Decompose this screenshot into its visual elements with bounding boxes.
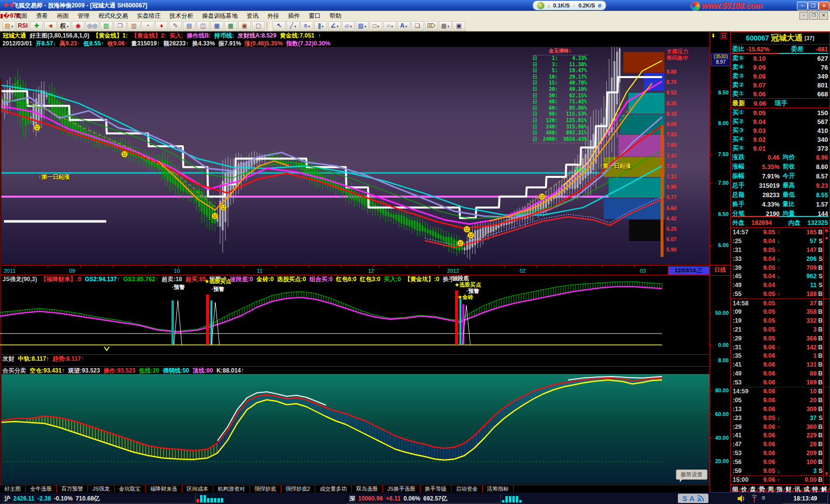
trend-tool-icon[interactable]: ≡ ▾ xyxy=(300,21,313,31)
text-tool-icon[interactable]: A ▾ xyxy=(397,21,410,31)
binoculars-icon[interactable]: ◎◎ xyxy=(85,21,99,31)
search-doc-icon[interactable]: ◔ xyxy=(141,21,154,31)
title-bar[interactable]: ❖❖ 飞狐交易师 - 股海神偷2009 - [冠城大通 SH600067] ↓ … xyxy=(0,0,830,11)
window-tab-全牛选股[interactable]: 全牛选股 xyxy=(26,485,57,493)
kline-window-icon[interactable]: ▩ xyxy=(224,21,237,31)
facai-pane[interactable]: 发财中轨:8.117↑趋势:8.117↑ xyxy=(0,354,709,367)
tick-by-tick-list[interactable]: 14:579.05↑165B:259.04↓57S:319.05↑147B:33… xyxy=(731,228,830,484)
alarm-bell-icon[interactable]: ♦ xyxy=(155,21,168,31)
rights-button[interactable]: 权 ▾ xyxy=(58,21,71,31)
scroll-down-icon[interactable]: ▼ xyxy=(824,471,830,476)
child-close-button[interactable]: ✕ xyxy=(819,12,828,20)
window-tab-成交量多功[interactable]: 成交量多功 xyxy=(315,485,352,493)
bid-row[interactable]: 买②9.04567 xyxy=(731,117,830,126)
window-tab-强悍抄底2[interactable]: 强悍抄底2 xyxy=(281,485,315,493)
window-tab-机构游资对[interactable]: 机构游资对 xyxy=(213,485,250,493)
back-icon[interactable]: ◄ xyxy=(44,21,57,31)
save-icon[interactable]: ▣ xyxy=(453,21,465,31)
child-minimize-button[interactable]: − xyxy=(799,12,808,20)
main-kline-chart[interactable]: 金玉满钵: 日1:4.33%日3:11.38%日5:19.47%日10:29.1… xyxy=(0,47,709,264)
bid-row[interactable]: 买⑤9.01373 xyxy=(731,144,830,153)
vline-tool-icon[interactable]: ∥ ▾ xyxy=(314,21,327,31)
channel-tool-icon[interactable]: ▱ ▾ xyxy=(342,21,355,31)
list-view-icon[interactable]: ▤ xyxy=(183,21,196,31)
tick-scrollbar[interactable]: ⊕ ▲ ▼ xyxy=(823,228,830,484)
eraser-tool-icon[interactable]: ⌦ xyxy=(425,21,438,31)
3d-chart-icon[interactable]: ▧ xyxy=(100,21,113,31)
price-scale-column[interactable]: ⬇ 日 (3530)8.97 8.508.007.507.006.506.005… xyxy=(709,32,730,492)
network-speed-widget[interactable]: ↓ 0.1K/S ↑ 0.2K/S e xyxy=(533,0,606,10)
chart-window-icon[interactable]: ▦ xyxy=(210,21,223,31)
window-tab-福降财来选[interactable]: 福降财来选 xyxy=(146,485,182,493)
bid-row[interactable]: 买③9.03410 xyxy=(731,126,830,135)
ask-row[interactable]: 卖④9.0976 xyxy=(731,63,830,72)
rsi-icon[interactable]: RSI xyxy=(16,21,29,31)
date-axis[interactable]: 20110910111220120203 12/03/14,三 xyxy=(0,265,709,275)
ellipse-tool-icon[interactable]: ○ ▾ xyxy=(383,21,396,31)
ask-row[interactable]: 卖⑤9.10627 xyxy=(731,54,830,63)
browser-icon[interactable]: e xyxy=(598,1,601,10)
menu-item-帮助[interactable]: 帮助 xyxy=(325,12,346,19)
day-period-icon[interactable]: 日 xyxy=(720,33,727,39)
rect-tool-icon[interactable]: □ ▾ xyxy=(370,21,382,31)
book-icon[interactable]: ▥ xyxy=(127,21,140,31)
close-button[interactable]: ✕ xyxy=(819,1,830,10)
menu-item-资讯[interactable]: 资讯 xyxy=(242,12,263,19)
menu-item-插件[interactable]: 插件 xyxy=(284,12,304,19)
window-tab-换手等级[interactable]: 换手等级 xyxy=(420,485,452,493)
grid-tool-icon[interactable]: ▦ ▾ xyxy=(439,21,452,31)
menu-item-画面[interactable]: 画面 xyxy=(52,12,73,19)
info-window-icon[interactable]: ▢ xyxy=(252,21,265,31)
window-tab-百万预警[interactable]: 百万预警 xyxy=(57,485,88,493)
window-tab-双岛选股[interactable]: 双岛选股 xyxy=(352,485,383,493)
collapse-icon[interactable]: ⬇ xyxy=(711,33,715,39)
line-tool-icon[interactable]: ╱ ▾ xyxy=(287,21,299,31)
date-tickmark xyxy=(308,265,309,267)
copy-pages-icon[interactable]: ❐ xyxy=(114,21,126,31)
window-tab-JS换手选股[interactable]: JS换手选股 xyxy=(383,485,420,493)
child-restore-button[interactable]: ❐ xyxy=(809,12,818,20)
speaker-icon[interactable] xyxy=(737,495,746,503)
hemai-indicator-plot[interactable] xyxy=(0,374,709,484)
cursor-tool-icon[interactable]: ↖ xyxy=(273,21,286,31)
lights-icon[interactable]: ◉ xyxy=(72,21,84,31)
window-tab-好主图[interactable]: 好主图 xyxy=(0,485,26,493)
window-tab-启动资金[interactable]: 启动资金 xyxy=(452,485,483,493)
pen-icon[interactable]: ✎ xyxy=(169,21,182,31)
scroll-up-icon[interactable]: ▲ xyxy=(824,235,830,240)
quote-window-icon[interactable]: ▣ xyxy=(238,21,251,31)
minimize-button[interactable]: − xyxy=(797,1,808,10)
menu-item-操盘训练基地[interactable]: 操盘训练基地 xyxy=(198,12,242,19)
menu-item-外挂[interactable]: 外挂 xyxy=(263,12,284,19)
window-tab-金坑取宝[interactable]: 金坑取宝 xyxy=(115,485,146,493)
ask-row[interactable]: 卖③9.08349 xyxy=(731,72,830,81)
menu-item-页面[interactable]: 页面 xyxy=(11,12,32,19)
ray-tool-icon[interactable]: ∠ ▾ xyxy=(328,21,341,31)
shenzhen-index-cell[interactable]: 深 10060.96 +6.11 0.06% 692.57亿 xyxy=(346,494,501,504)
split-view-icon[interactable]: ◫ xyxy=(197,21,209,31)
menu-item-程式化交易[interactable]: 程式化交易 xyxy=(94,12,132,19)
pages-icon[interactable]: ▤ ▾ xyxy=(2,21,15,31)
shanghai-index-cell[interactable]: 沪 2426.11 -2.38 -0.10% 710.68亿 xyxy=(1,494,196,504)
ask-row[interactable]: 卖①9.06668 xyxy=(731,89,830,98)
hatch-tool-icon[interactable]: ▨ ▾ xyxy=(356,21,369,31)
menu-item-管理[interactable]: 管理 xyxy=(73,12,94,19)
tooltip-minimal-settings[interactable]: 极简设置 xyxy=(676,469,707,480)
copy-tool-icon[interactable]: ❏ xyxy=(411,21,424,31)
menu-item-实盘猎庄[interactable]: 实盘猎庄 xyxy=(132,12,165,19)
window-tab-强悍抄底[interactable]: 强悍抄底 xyxy=(250,485,281,493)
menu-item-技术分析[interactable]: 技术分析 xyxy=(165,12,198,19)
move-icon[interactable]: ✚ xyxy=(30,21,43,31)
crosshair-icon[interactable]: ⊕ xyxy=(824,228,830,233)
ask-row[interactable]: 卖②9.07801 xyxy=(731,81,830,89)
window-tab-JS强龙[interactable]: JS强龙 xyxy=(88,485,115,493)
menu-item-查看[interactable]: 查看 xyxy=(32,12,52,19)
window-tab-活筹指标[interactable]: 活筹指标 xyxy=(483,485,514,493)
js-indicator-plot[interactable] xyxy=(0,275,709,354)
restore-button[interactable]: ❐ xyxy=(808,1,819,10)
period-selector[interactable]: 日线 xyxy=(710,265,730,276)
bid-row[interactable]: 买①9.05150 xyxy=(731,108,830,117)
menu-item-窗口[interactable]: 窗口 xyxy=(304,12,325,19)
bid-row[interactable]: 买④9.02340 xyxy=(731,135,830,144)
window-tab-区间成本[interactable]: 区间成本 xyxy=(182,485,213,493)
